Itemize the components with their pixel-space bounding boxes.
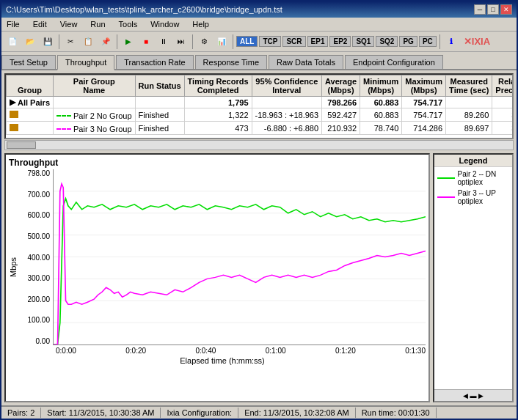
toolbar-separator-2 <box>117 34 117 49</box>
tag-pg[interactable]: PG <box>399 36 417 47</box>
tab-raw-data-totals[interactable]: Raw Data Totals <box>269 55 343 69</box>
x-axis-ticks: 0:0:00 0:0:20 0:0:40 0:1:00 0:1:20 0:1:3… <box>19 347 426 355</box>
results-table-wrapper[interactable]: Group Pair GroupName Run Status Timing R… <box>4 73 514 139</box>
legend-line-pair2 <box>437 177 455 179</box>
tag-ep2[interactable]: EP2 <box>329 36 351 47</box>
y-tick-0: 100.00 <box>19 316 50 324</box>
pause-button[interactable]: ⏸ <box>156 34 172 50</box>
menu-tools[interactable]: Tools <box>117 19 140 29</box>
step-button[interactable]: ⏭ <box>173 34 189 50</box>
cell-maximum: 754.717 <box>402 108 446 122</box>
cell-measured <box>446 97 492 108</box>
save-button[interactable]: 💾 <box>40 34 56 50</box>
tag-scr[interactable]: SCR <box>282 36 305 47</box>
cell-timing: 1,795 <box>184 97 252 108</box>
cell-precision <box>492 97 514 108</box>
menu-help[interactable]: Help <box>190 19 211 29</box>
legend-body: Pair 2 -- DN optiplex Pair 3 -- UP optip… <box>434 167 512 389</box>
cut-button[interactable]: ✂ <box>62 34 79 50</box>
col-maximum: Maximum(Mbps) <box>402 75 446 97</box>
menu-bar: File Edit View Run Tools Window Help <box>1 18 517 32</box>
table-row: ▶ All Pairs 1,795 798.266 60.883 754.717 <box>7 97 514 108</box>
col-relative-precision: RelativePrecision <box>492 75 514 97</box>
y-tick-4: 500.00 <box>19 232 50 240</box>
cell-average: 798.266 <box>322 97 360 108</box>
tab-test-setup[interactable]: Test Setup <box>1 55 56 69</box>
cell-minimum: 78.740 <box>360 122 402 135</box>
x-tick-3: 0:1:00 <box>266 347 286 355</box>
legend-scrollbar[interactable]: ◀ ▬ ▶ <box>434 389 512 401</box>
cell-group <box>7 122 54 135</box>
tag-ep1[interactable]: EP1 <box>307 36 329 47</box>
menu-edit[interactable]: Edit <box>31 19 49 29</box>
x-tick-2: 0:0:40 <box>195 347 216 355</box>
status-run-time: Run time: 00:01:30 <box>356 408 437 418</box>
paste-button[interactable]: 📌 <box>98 34 114 50</box>
chart-button[interactable]: 📊 <box>214 34 230 50</box>
status-pairs: Pairs: 2 <box>1 408 41 418</box>
settings-button[interactable]: ⚙ <box>196 34 212 50</box>
cell-group: ▶ All Pairs <box>7 97 54 108</box>
results-table: Group Pair GroupName Run Status Timing R… <box>6 75 514 135</box>
x-tick-1: 0:0:20 <box>125 347 146 355</box>
x-tick-0: 0:0:00 <box>56 347 76 355</box>
menu-file[interactable]: File <box>4 19 22 29</box>
legend-label-pair2: Pair 2 -- DN optiplex <box>458 170 510 186</box>
copy-button[interactable]: 📋 <box>80 34 96 50</box>
tab-transaction-rate[interactable]: Transaction Rate <box>116 55 193 69</box>
table-row: Pair 3 No Group Finished 473 -6.880 : +6… <box>7 122 514 135</box>
series-pair3 <box>54 184 426 345</box>
list-item: Pair 2 -- DN optiplex <box>437 170 509 186</box>
table-scrollbar[interactable] <box>4 140 514 150</box>
minimize-button[interactable]: ─ <box>474 4 486 15</box>
window-title: C:\Users\Tim\Desktop\wlan_tests\tplink_a… <box>6 5 282 14</box>
new-button[interactable]: 📄 <box>4 34 21 50</box>
close-button[interactable]: ✕ <box>500 4 512 15</box>
y-tick-2: 300.00 <box>19 274 50 282</box>
maximize-button[interactable]: □ <box>487 4 499 15</box>
open-button[interactable]: 📂 <box>22 34 38 50</box>
expand-icon[interactable]: ▶ <box>10 97 15 107</box>
table-row: Pair 2 No Group Finished 1,322 -18.963 :… <box>7 108 514 122</box>
y-tick-3: 400.00 <box>19 254 50 262</box>
legend-label-pair3: Pair 3 -- UP optiplex <box>458 189 509 205</box>
tag-all[interactable]: ALL <box>236 36 258 47</box>
tag-pc[interactable]: PC <box>419 36 437 47</box>
status-bar: Pairs: 2 Start: 11/3/2015, 10:30:38 AM I… <box>1 405 517 419</box>
all-pairs-label: All Pairs <box>18 98 50 107</box>
tag-tcp[interactable]: TCP <box>259 36 281 47</box>
col-timing-records: Timing RecordsCompleted <box>184 75 252 97</box>
cell-minimum: 60.883 <box>360 97 402 108</box>
x-axis-label: Elapsed time (h:mm:ss) <box>19 356 426 365</box>
tab-throughput[interactable]: Throughput <box>57 55 114 70</box>
menu-view[interactable]: View <box>58 19 80 29</box>
info-button[interactable]: ℹ <box>443 34 459 50</box>
tag-sq2[interactable]: SQ2 <box>376 36 398 47</box>
cell-run-status: Finished <box>135 122 184 135</box>
chart-area: Throughput Mbps 798.00 700.00 600.00 50 <box>4 153 430 402</box>
col-group: Group <box>7 75 54 97</box>
cell-confidence: -18.963 : +18.963 <box>252 108 322 122</box>
tab-endpoint-config[interactable]: Endpoint Configuration <box>345 55 443 69</box>
pair3-name: Pair 3 No Group <box>73 125 131 133</box>
toolbar-separator-1 <box>59 34 59 49</box>
legend-panel: Legend Pair 2 -- DN optiplex Pair 3 -- U… <box>433 153 514 402</box>
cell-run-status: Finished <box>135 108 184 122</box>
row-icon-3 <box>10 124 18 131</box>
run-button[interactable]: ▶ <box>120 34 136 50</box>
tag-sq1[interactable]: SQ1 <box>352 36 374 47</box>
menu-run[interactable]: Run <box>88 19 107 29</box>
cell-pair-name: Pair 2 No Group <box>54 108 135 122</box>
cell-pair-name <box>54 97 135 108</box>
tab-response-time[interactable]: Response Time <box>195 55 267 69</box>
cell-confidence: -6.880 : +6.880 <box>252 122 322 135</box>
cell-timing: 473 <box>184 122 252 135</box>
status-ixia-config: Ixia Configuration: <box>161 408 238 418</box>
window: C:\Users\Tim\Desktop\wlan_tests\tplink_a… <box>0 0 518 420</box>
chart-title: Throughput <box>9 158 426 168</box>
cell-precision: 3.262 <box>492 122 514 135</box>
menu-window[interactable]: Window <box>148 19 181 29</box>
main-content: Group Pair GroupName Run Status Timing R… <box>1 70 517 405</box>
cell-timing: 1,322 <box>184 108 252 122</box>
stop-button[interactable]: ■ <box>138 34 154 50</box>
